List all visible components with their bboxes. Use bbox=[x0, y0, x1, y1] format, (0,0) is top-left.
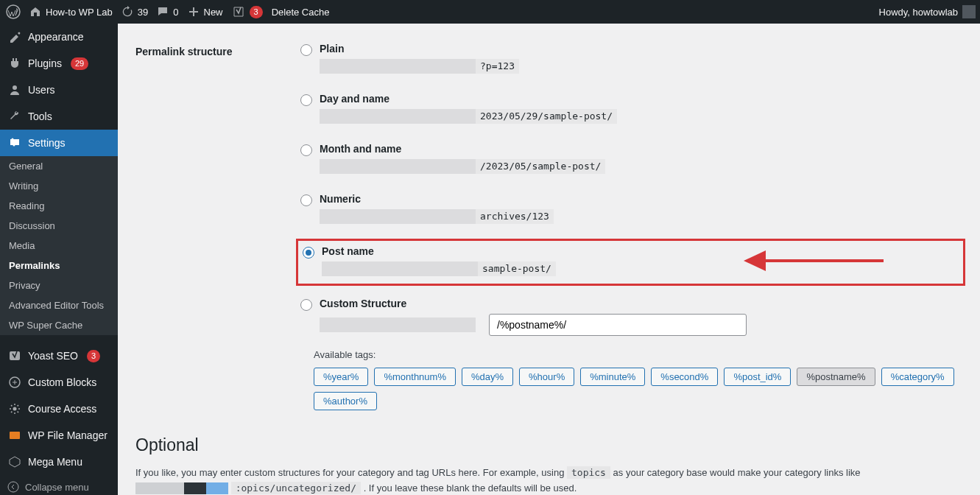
sidebar-item-users[interactable]: Users bbox=[0, 77, 118, 103]
sidebar-item-mega-menu[interactable]: Mega Menu bbox=[0, 449, 118, 475]
sidebar-item-tools[interactable]: Tools bbox=[0, 103, 118, 130]
example-prefix-blur bbox=[320, 59, 476, 74]
submenu-super-cache[interactable]: WP Super Cache bbox=[0, 315, 118, 335]
svg-point-4 bbox=[13, 144, 15, 147]
example-prefix-blur bbox=[320, 109, 476, 124]
sidebar-item-plugins[interactable]: Plugins 29 bbox=[0, 50, 118, 77]
admin-bar-right: Howdy, howtowlab bbox=[879, 5, 976, 18]
tag-minute[interactable]: %minute% bbox=[580, 368, 645, 386]
submenu-discussion[interactable]: Discussion bbox=[0, 216, 118, 236]
tag-monthnum[interactable]: %monthnum% bbox=[374, 368, 456, 386]
example-line: /2023/05/sample-post/ bbox=[320, 159, 956, 174]
optional-heading: Optional bbox=[135, 435, 965, 455]
collapse-icon bbox=[7, 481, 19, 493]
tag-author[interactable]: %author% bbox=[314, 392, 377, 410]
tag-postname[interactable]: %postname% bbox=[797, 368, 875, 386]
plugins-icon bbox=[7, 56, 22, 71]
site-title: How-to WP Lab bbox=[46, 7, 113, 18]
comments-link[interactable]: 0 bbox=[157, 6, 178, 18]
example-suffix: /2023/05/sample-post/ bbox=[476, 159, 605, 174]
svg-point-2 bbox=[12, 138, 14, 141]
sidebar-item-label: WP File Manager bbox=[28, 429, 107, 441]
admin-bar: How-to WP Lab 39 0 New 3 Delete Cache Ho… bbox=[0, 0, 980, 24]
megamenu-icon bbox=[7, 454, 22, 469]
folder-icon bbox=[7, 428, 22, 443]
update-icon bbox=[121, 6, 133, 18]
collapse-label: Collapse menu bbox=[25, 482, 89, 493]
arrow-icon bbox=[744, 245, 884, 281]
optional-code-2: :opics/uncategorized/ bbox=[231, 482, 361, 494]
menu-separator bbox=[0, 335, 118, 343]
sidebar-item-yoast[interactable]: Yoast SEO 3 bbox=[0, 343, 118, 369]
blur-block bbox=[135, 482, 184, 494]
tag-second[interactable]: %second% bbox=[651, 368, 718, 386]
yoast-icon bbox=[7, 348, 22, 363]
radio-day-name[interactable] bbox=[300, 94, 312, 106]
yoast-adminbar[interactable]: 3 bbox=[232, 5, 263, 18]
submenu-media[interactable]: Media bbox=[0, 236, 118, 256]
example-prefix-blur bbox=[320, 209, 476, 224]
submenu-general[interactable]: General bbox=[0, 156, 118, 176]
radio-body: Day and name 2023/05/29/sample-post/ bbox=[320, 93, 956, 124]
optional-paragraph: If you like, you may enter custom struct… bbox=[135, 466, 965, 495]
option-numeric[interactable]: Numeric archives/123 bbox=[296, 189, 965, 231]
sidebar-item-file-manager[interactable]: WP File Manager bbox=[0, 422, 118, 449]
option-month-name[interactable]: Month and name /2023/05/sample-post/ bbox=[296, 138, 965, 181]
radio-numeric[interactable] bbox=[300, 194, 312, 206]
submenu-adv-editor[interactable]: Advanced Editor Tools bbox=[0, 295, 118, 315]
tag-year[interactable]: %year% bbox=[314, 368, 368, 386]
radio-body: Plain ?p=123 bbox=[320, 43, 956, 74]
option-label: Plain bbox=[320, 43, 956, 55]
settings-icon bbox=[7, 136, 22, 150]
updates-link[interactable]: 39 bbox=[121, 6, 148, 18]
option-custom[interactable]: Custom Structure bbox=[296, 293, 965, 337]
tag-category[interactable]: %category% bbox=[881, 368, 954, 386]
delete-cache-link[interactable]: Delete Cache bbox=[272, 7, 330, 18]
custom-structure-input[interactable] bbox=[489, 314, 747, 336]
example-suffix: ?p=123 bbox=[476, 59, 519, 74]
comments-count: 0 bbox=[173, 7, 178, 18]
sidebar-item-appearance[interactable]: Appearance bbox=[0, 24, 118, 50]
sidebar-item-course-access[interactable]: Course Access bbox=[0, 396, 118, 422]
option-label: Day and name bbox=[320, 93, 956, 105]
radio-post-name[interactable] bbox=[303, 247, 314, 259]
submenu-reading[interactable]: Reading bbox=[0, 196, 118, 216]
blur-block bbox=[184, 482, 206, 494]
settings-submenu: General Writing Reading Discussion Media… bbox=[0, 156, 118, 335]
new-content-link[interactable]: New bbox=[188, 6, 223, 18]
custom-input-wrap bbox=[320, 314, 956, 336]
collapse-menu[interactable]: Collapse menu bbox=[0, 475, 118, 495]
submenu-privacy[interactable]: Privacy bbox=[0, 275, 118, 295]
avatar bbox=[962, 5, 976, 18]
wp-logo[interactable] bbox=[6, 4, 21, 19]
radio-month-name[interactable] bbox=[300, 144, 312, 156]
delete-cache-label: Delete Cache bbox=[272, 7, 330, 18]
site-link[interactable]: How-to WP Lab bbox=[29, 6, 113, 18]
howdy-link[interactable]: Howdy, howtowlab bbox=[879, 5, 976, 18]
section-label: Permalink structure bbox=[135, 38, 296, 410]
admin-bar-left: How-to WP Lab 39 0 New 3 Delete Cache bbox=[6, 4, 329, 19]
svg-point-3 bbox=[16, 141, 18, 144]
sidebar-item-settings[interactable]: Settings bbox=[0, 130, 118, 156]
tag-postid[interactable]: %post_id% bbox=[724, 368, 791, 386]
optional-code-1: topics bbox=[567, 466, 610, 479]
option-day-name[interactable]: Day and name 2023/05/29/sample-post/ bbox=[296, 88, 965, 131]
tag-hour[interactable]: %hour% bbox=[519, 368, 574, 386]
radio-body: Numeric archives/123 bbox=[320, 193, 956, 224]
example-line: 2023/05/29/sample-post/ bbox=[320, 109, 956, 124]
new-label: New bbox=[204, 7, 223, 18]
tag-day[interactable]: %day% bbox=[462, 368, 513, 386]
radio-custom[interactable] bbox=[300, 299, 312, 311]
submenu-permalinks[interactable]: Permalinks bbox=[0, 256, 118, 275]
radio-plain[interactable] bbox=[300, 44, 312, 56]
updates-count: 39 bbox=[138, 7, 148, 18]
option-label: Month and name bbox=[320, 143, 956, 155]
admin-sidebar: Appearance Plugins 29 Users Tools Settin… bbox=[0, 24, 118, 495]
submenu-writing[interactable]: Writing bbox=[0, 176, 118, 196]
sidebar-item-custom-blocks[interactable]: Custom Blocks bbox=[0, 369, 118, 396]
appearance-icon bbox=[7, 29, 22, 44]
optional-text-2: as your category base would make your ca… bbox=[613, 467, 861, 478]
users-icon bbox=[7, 82, 22, 97]
option-plain[interactable]: Plain ?p=123 bbox=[296, 38, 965, 81]
tools-icon bbox=[7, 109, 22, 124]
